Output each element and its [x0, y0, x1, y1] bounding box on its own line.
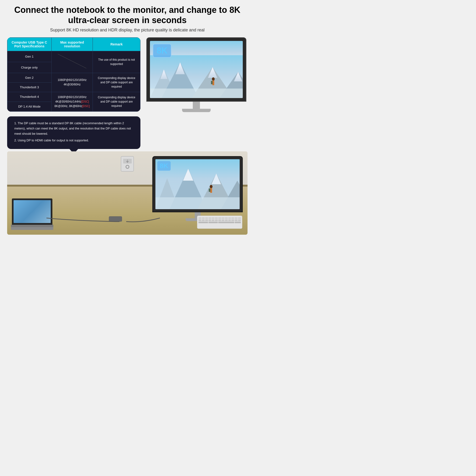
note-item-1: 1. The DP cable must be a standard DP 8K… [12, 121, 136, 136]
svg-point-11 [212, 77, 215, 81]
svg-point-22 [210, 185, 213, 188]
content-area: Computer USB Type C Port Specifications … [7, 37, 248, 149]
svg-rect-24 [209, 188, 210, 192]
port-cell: Charge only [7, 62, 52, 73]
note-1-text: 1. The DP cable must be a standard DP 8K… [14, 121, 136, 136]
remark-cell: Corresponding display device and DP cabl… [93, 92, 140, 112]
spec-table-wrapper: Computer USB Type C Port Specifications … [7, 37, 140, 112]
table-row: Gen 1 The use of this product is not sup… [7, 51, 140, 62]
table-row: Gen 2 1080P@60/120/165Hz4K@30/60Hz Corre… [7, 73, 140, 82]
main-title: Connect the notebook to the monitor, and… [7, 5, 248, 25]
big-monitor: 8K [152, 156, 243, 221]
laptop-keyboard [11, 225, 53, 227]
right-panel: 8K [145, 37, 248, 112]
usb-adapter [109, 216, 122, 221]
port-cell: Gen 1 [7, 51, 52, 62]
svg-rect-10 [150, 88, 243, 98]
bottom-scene: ⏚ [7, 151, 248, 235]
monitor-frame: 8K [146, 37, 246, 102]
8k-badge: 8K [153, 44, 171, 58]
notes-box: 1. The DP cable must be a standard DP 8K… [7, 116, 140, 149]
resolution-cell: 1080P@60/120/165Hz4K@30/60Hz [51, 73, 93, 92]
svg-rect-13 [211, 81, 213, 84]
col-header-resolution: Max supported resolution [51, 38, 93, 51]
big-monitor-frame: 8K [152, 156, 243, 212]
outlet-ground-hole [125, 165, 129, 169]
wall-outlet: ⏚ [121, 156, 134, 171]
monitor-container: 8K [146, 37, 246, 112]
svg-line-0 [58, 54, 86, 68]
note-item-2: 2. Using DP to HDMI cable for output is … [12, 138, 136, 143]
big-monitor-screen: 8K [155, 159, 240, 209]
port-cell: Thunderbolt 4 [7, 92, 52, 102]
spec-table: Computer USB Type C Port Specifications … [7, 37, 140, 112]
big-8k-badge: 8K [157, 161, 171, 171]
laptop-base [11, 227, 53, 230]
col-header-port: Computer USB Type C Port Specifications [7, 38, 52, 51]
subtitle: Support 8K HD resolution and HDR display… [7, 28, 248, 33]
laptop-screen [12, 199, 52, 225]
resolution-cell: 1080P@60/120/165Hz 4K@30/60Hz/144Hz[DSC]… [51, 92, 93, 112]
monitor-stand-neck [193, 102, 200, 109]
svg-rect-12 [212, 81, 214, 85]
svg-rect-23 [210, 188, 212, 193]
page-wrapper: Connect the notebook to the monitor, and… [0, 0, 255, 239]
remark-cell: Corresponding display device and DP cabl… [93, 73, 140, 92]
laptop-display [14, 200, 51, 223]
col-header-remark: Remark [93, 38, 140, 51]
resolution-cell [51, 51, 93, 73]
table-header-row: Computer USB Type C Port Specifications … [7, 38, 140, 51]
bottom-laptop [12, 199, 53, 230]
left-panel: Computer USB Type C Port Specifications … [7, 37, 140, 149]
table-row: Thunderbolt 4 1080P@60/120/165Hz 4K@30/6… [7, 92, 140, 102]
monitor-screen: 8K [150, 41, 243, 98]
note-2-text: 2. Using DP to HDMI cable for output is … [14, 138, 89, 143]
keyboard [197, 216, 242, 229]
port-cell: Thunderbolt 3 [7, 82, 52, 92]
remark-cell: The use of this product is not supported [93, 51, 140, 73]
svg-rect-21 [155, 197, 240, 209]
port-cell: Gen 2 [7, 73, 52, 82]
outlet-plug-slot: ⏚ [123, 159, 132, 164]
port-cell: DP 1.4 Alt Mode [7, 102, 52, 111]
monitor-stand-base [182, 109, 211, 112]
